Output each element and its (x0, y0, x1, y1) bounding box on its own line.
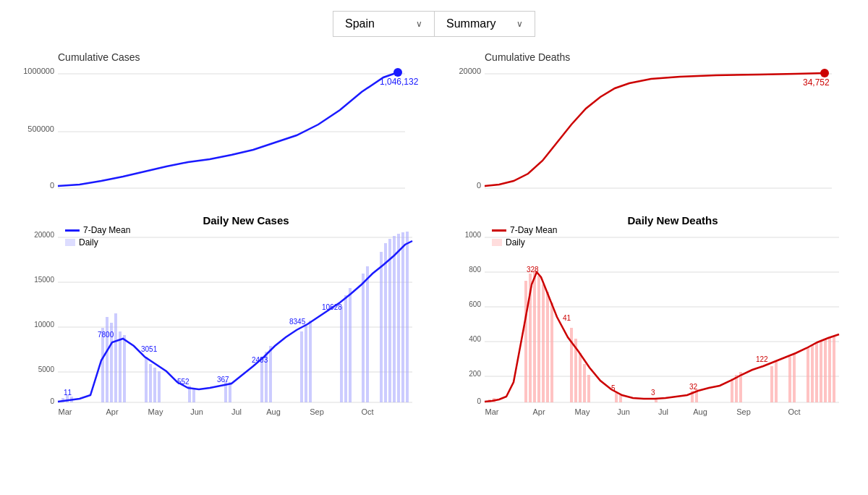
svg-text:122: 122 (756, 355, 768, 363)
svg-text:20000: 20000 (34, 231, 54, 239)
deaths-legend-daily-item: Daily (492, 237, 557, 248)
svg-rect-53 (384, 243, 387, 402)
svg-rect-110 (775, 362, 778, 402)
svg-rect-43 (269, 346, 272, 402)
svg-text:Mar: Mar (59, 407, 72, 416)
svg-text:May: May (575, 407, 590, 416)
legend-daily-label: Daily (79, 237, 98, 248)
daily-cases-legend: 7-Day Mean Daily (65, 225, 130, 248)
svg-rect-33 (145, 357, 148, 402)
svg-rect-56 (397, 234, 400, 402)
legend-mean-label: 7-Day Mean (83, 225, 130, 235)
view-dropdown[interactable]: Summary ∨ (434, 11, 535, 37)
svg-rect-95 (550, 302, 553, 402)
deaths-legend-daily-label: Daily (506, 237, 525, 248)
svg-rect-28 (106, 317, 109, 402)
svg-rect-49 (349, 288, 352, 402)
svg-text:Sep: Sep (736, 407, 751, 416)
country-dropdown[interactable]: Spain ∨ (333, 11, 434, 37)
daily-deaths-svg: 1000 800 600 400 200 0 (485, 230, 861, 411)
svg-rect-102 (619, 395, 622, 402)
svg-rect-57 (401, 232, 404, 402)
svg-rect-109 (770, 366, 773, 402)
svg-text:Oct: Oct (361, 407, 373, 416)
svg-rect-93 (542, 284, 545, 402)
svg-text:32: 32 (689, 383, 698, 391)
svg-point-12 (820, 69, 829, 77)
svg-text:7800: 7800 (98, 331, 114, 339)
svg-text:Jun: Jun (617, 407, 630, 416)
svg-text:5000: 5000 (38, 365, 55, 373)
svg-text:0: 0 (50, 181, 54, 190)
svg-rect-35 (153, 368, 156, 402)
svg-rect-116 (820, 341, 822, 402)
country-label: Spain (345, 17, 375, 30)
svg-text:Sep: Sep (310, 407, 324, 416)
cumulative-deaths-svg: 20000 0 34,752 (485, 67, 861, 190)
charts-grid: Cumulative Cases 1000000 500000 0 1,046,… (0, 44, 868, 428)
deaths-legend-mean-item: 7-Day Mean (492, 225, 557, 235)
deaths-legend-daily-rect (492, 239, 502, 246)
svg-text:Apr: Apr (532, 407, 545, 416)
svg-rect-31 (119, 331, 122, 402)
svg-rect-27 (101, 328, 104, 402)
daily-deaths-legend: 7-Day Mean Daily (492, 225, 557, 248)
view-label: Summary (446, 17, 495, 30)
svg-rect-47 (340, 306, 343, 402)
svg-text:10628: 10628 (322, 303, 342, 311)
svg-text:1000: 1000 (465, 231, 482, 239)
svg-rect-91 (533, 270, 536, 402)
svg-rect-119 (833, 336, 835, 402)
daily-cases-svg: 20000 15000 10000 5000 0 (58, 230, 434, 411)
deaths-legend-mean-label: 7-Day Mean (510, 225, 557, 235)
svg-rect-30 (114, 313, 117, 402)
svg-text:3: 3 (651, 389, 655, 397)
svg-text:Jul: Jul (231, 407, 242, 416)
svg-rect-115 (815, 342, 818, 402)
svg-text:0: 0 (477, 397, 481, 405)
svg-rect-52 (380, 252, 383, 402)
svg-text:10000: 10000 (34, 321, 54, 329)
svg-rect-32 (123, 335, 126, 402)
svg-text:Jun: Jun (190, 407, 203, 416)
svg-text:1000000: 1000000 (23, 67, 54, 75)
cumulative-cases-chart: Cumulative Cases 1000000 500000 0 1,046,… (14, 44, 441, 203)
country-chevron: ∨ (416, 19, 422, 29)
svg-text:0: 0 (477, 181, 481, 190)
svg-text:11: 11 (64, 389, 72, 397)
svg-text:5: 5 (611, 384, 616, 392)
svg-rect-55 (393, 236, 396, 402)
svg-rect-92 (537, 276, 540, 402)
svg-text:Aug: Aug (266, 407, 281, 416)
svg-rect-114 (811, 344, 814, 402)
svg-rect-45 (305, 324, 307, 402)
svg-text:552: 552 (177, 378, 190, 386)
svg-rect-51 (366, 266, 369, 402)
svg-text:600: 600 (469, 300, 481, 308)
cumulative-deaths-chart: Cumulative Deaths 20000 0 34,752 (441, 44, 868, 203)
svg-text:8345: 8345 (289, 318, 306, 326)
cumulative-cases-title: Cumulative Cases (58, 51, 434, 63)
svg-text:2403: 2403 (252, 356, 268, 364)
svg-text:500000: 500000 (27, 124, 54, 133)
cumulative-cases-svg: 1000000 500000 0 1,046,132 (58, 67, 434, 190)
view-chevron: ∨ (516, 19, 523, 29)
svg-text:328: 328 (527, 266, 539, 274)
daily-deaths-chart: Daily New Deaths 7-Day Mean Daily 1000 8… (441, 203, 868, 428)
legend-daily-item: Daily (65, 237, 130, 248)
svg-text:Mar: Mar (485, 407, 499, 416)
svg-text:May: May (148, 407, 163, 416)
svg-text:200: 200 (469, 370, 481, 378)
svg-text:367: 367 (217, 376, 229, 384)
svg-rect-50 (362, 274, 365, 402)
svg-rect-99 (583, 364, 586, 402)
svg-rect-112 (793, 353, 796, 402)
svg-text:15000: 15000 (34, 276, 54, 284)
cumulative-deaths-title: Cumulative Deaths (485, 51, 861, 63)
svg-rect-98 (579, 353, 582, 402)
svg-text:41: 41 (563, 314, 571, 322)
legend-mean-line (65, 229, 80, 232)
svg-rect-54 (388, 239, 391, 402)
svg-rect-94 (546, 292, 549, 402)
legend-mean-item: 7-Day Mean (65, 225, 130, 235)
